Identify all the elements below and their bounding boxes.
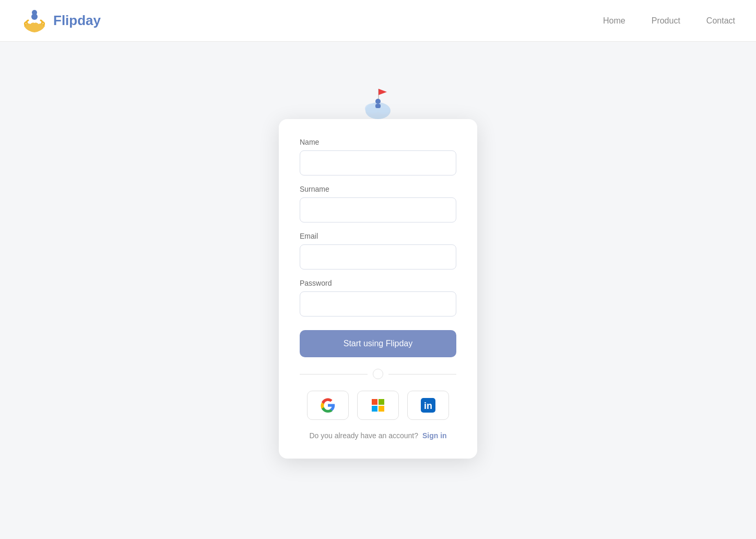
svg-point-1: [32, 10, 37, 15]
logo-text: Flipday: [53, 13, 101, 29]
svg-text:in: in: [424, 401, 432, 411]
linkedin-icon: in: [421, 398, 435, 413]
svg-marker-3: [379, 89, 387, 95]
nav: Home Product Contact: [603, 16, 735, 26]
svg-rect-9: [372, 399, 377, 405]
email-input[interactable]: [300, 244, 456, 270]
surname-label: Surname: [300, 185, 456, 193]
divider-circle: [373, 369, 383, 379]
password-field-group: Password: [300, 279, 456, 317]
name-input[interactable]: [300, 150, 456, 175]
submit-button[interactable]: Start using Flipday: [300, 330, 456, 357]
card-container: Name Surname Email Password Start using …: [279, 84, 477, 459]
svg-rect-12: [379, 406, 384, 412]
already-account-text: Do you already have an account?: [309, 431, 418, 440]
divider-line-right: [388, 374, 456, 374]
main-content: Name Surname Email Password Start using …: [0, 42, 756, 459]
surname-field-group: Surname: [300, 185, 456, 222]
google-icon: [321, 398, 335, 413]
divider: [300, 369, 456, 379]
email-field-group: Email: [300, 232, 456, 270]
surname-input[interactable]: [300, 197, 456, 222]
divider-line-left: [300, 374, 368, 374]
social-buttons-row: in: [300, 391, 456, 420]
microsoft-signin-button[interactable]: [357, 391, 399, 420]
character-svg: [360, 84, 396, 120]
google-signin-button[interactable]: [307, 391, 349, 420]
email-label: Email: [300, 232, 456, 240]
svg-rect-8: [375, 104, 381, 108]
microsoft-icon: [371, 399, 385, 412]
nav-contact[interactable]: Contact: [706, 16, 735, 26]
linkedin-signin-button[interactable]: in: [407, 391, 449, 420]
nav-home[interactable]: Home: [603, 16, 625, 26]
password-label: Password: [300, 279, 456, 287]
signin-row: Do you already have an account? Sign in: [300, 431, 456, 440]
svg-rect-10: [379, 399, 384, 405]
character-illustration: [360, 84, 396, 120]
svg-point-7: [375, 99, 381, 104]
svg-rect-11: [372, 406, 377, 412]
signup-card: Name Surname Email Password Start using …: [279, 119, 477, 459]
logo-icon: [21, 7, 48, 34]
password-input[interactable]: [300, 291, 456, 317]
name-label: Name: [300, 138, 456, 146]
name-field-group: Name: [300, 138, 456, 175]
header: Flipday Home Product Contact: [0, 0, 756, 42]
signin-link[interactable]: Sign in: [422, 431, 447, 440]
logo-link[interactable]: Flipday: [21, 7, 101, 34]
nav-product[interactable]: Product: [652, 16, 680, 26]
